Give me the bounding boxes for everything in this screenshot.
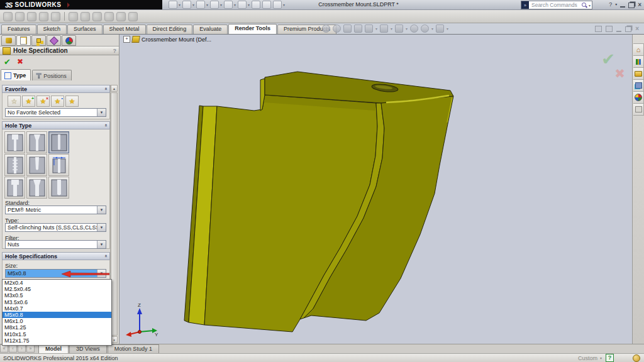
cancel-button[interactable]: ✖ (17, 57, 23, 67)
filter-combo[interactable]: Nuts ▼ (5, 240, 106, 249)
tab-direct-editing[interactable]: Direct Editing (147, 25, 193, 34)
part-crossmember-mount[interactable] (119, 35, 633, 344)
tab-model[interactable]: Model (38, 344, 69, 353)
undo-icon[interactable] (224, 1, 233, 9)
delete-favorite-button[interactable]: ★× (36, 96, 50, 107)
scene-icon[interactable] (436, 25, 444, 33)
featuremanager-tab[interactable] (1, 35, 16, 46)
print-dropdown[interactable]: ▾ (220, 3, 222, 7)
tab-evaluate[interactable]: Evaluate (193, 25, 228, 34)
tab-features[interactable]: Features (1, 25, 36, 34)
final-render-icon[interactable] (92, 12, 102, 21)
tab-positions[interactable]: Positions (32, 70, 72, 80)
filter-combo-arrow-icon[interactable]: ▼ (97, 241, 106, 248)
help-icon[interactable]: ? (609, 1, 612, 8)
preview-window-icon[interactable] (80, 12, 90, 21)
appearances-scenes-icon[interactable] (633, 91, 644, 104)
holetype-countersink-slot-button[interactable] (26, 177, 47, 199)
size-option[interactable]: M2.5x0.45 (3, 286, 111, 292)
rebuild-icon[interactable] (252, 1, 260, 9)
confirm-ok-icon[interactable]: ✔ (601, 50, 615, 69)
previous-view-icon[interactable] (354, 25, 362, 33)
tab-surfaces[interactable]: Surfaces (67, 25, 103, 34)
propertymanager-tab[interactable] (16, 35, 31, 46)
size-option[interactable]: M10x1.5 (3, 331, 111, 337)
load-favorite-button[interactable]: ★ (65, 96, 79, 107)
unit-system-selector[interactable]: Custom (578, 355, 597, 361)
zoom-to-fit-icon[interactable] (322, 25, 330, 33)
unit-system-arrow-icon[interactable]: ▾ (600, 356, 602, 360)
hide-show-items-icon[interactable] (410, 25, 418, 33)
search-commands-box[interactable]: » Search Commands ▾ (521, 1, 592, 9)
new-dropdown[interactable]: ▾ (179, 3, 180, 7)
displaymanager-tab[interactable] (62, 35, 76, 46)
doc-close-icon[interactable]: × (635, 26, 639, 31)
pm-help-icon[interactable]: ? (113, 48, 117, 54)
configurationmanager-tab[interactable] (31, 35, 46, 46)
hole-specifications-group-header[interactable]: Hole Specifications « (2, 252, 110, 260)
tab-sketch[interactable]: Sketch (37, 25, 67, 34)
select-dropdown[interactable]: ▾ (248, 3, 250, 7)
minimize-icon[interactable] (620, 1, 625, 8)
edit-scene-icon[interactable] (27, 12, 36, 21)
confirm-cancel-icon[interactable]: ✖ (614, 66, 625, 81)
dimxpertmanager-tab[interactable] (47, 35, 61, 46)
file-explorer-icon[interactable] (633, 67, 644, 80)
help-dropdown[interactable]: ▾ (615, 1, 617, 8)
add-favorite-button[interactable]: ★+ (22, 96, 35, 107)
view-orientation-icon[interactable] (380, 25, 388, 33)
new-icon[interactable] (169, 1, 177, 9)
shadows-icon[interactable] (421, 25, 429, 33)
size-option[interactable]: M2x0.4 (3, 280, 111, 286)
hole-type-group-header[interactable]: Hole Type « (2, 121, 110, 129)
save-favorite-button[interactable]: ★▪ (51, 96, 64, 107)
holetype-legacy-hole-button[interactable] (48, 154, 69, 176)
display-style-icon[interactable] (395, 25, 403, 33)
solidworks-resources-icon[interactable]: ⌂ (633, 43, 644, 56)
view-palette-icon[interactable] (633, 79, 644, 92)
zoom-to-area-icon[interactable] (333, 25, 341, 33)
favorite-combo[interactable]: No Favorite Selected ▼ (5, 108, 106, 117)
standard-combo[interactable]: PEM® Metric ▼ (5, 206, 106, 214)
open-icon[interactable] (182, 1, 191, 9)
quick-tip-help-icon[interactable]: ? (606, 354, 614, 362)
holetype-tapped-hole-button[interactable] (4, 154, 25, 176)
design-library-icon[interactable] (633, 55, 644, 68)
tab-type[interactable]: Type (1, 69, 31, 80)
search-scope-icon[interactable]: » (521, 1, 529, 9)
size-option-selected[interactable]: M5x0.8 (3, 312, 111, 318)
size-option[interactable]: M12x1.75 (3, 337, 111, 344)
edit-point-light-icon[interactable] (51, 12, 60, 21)
holetype-hole-button[interactable] (48, 131, 69, 153)
model-viewport[interactable]: + Crossmember Mount (Def... (119, 35, 633, 344)
integrated-preview-icon[interactable] (69, 12, 78, 21)
collapse-chevron-icon[interactable]: « (103, 255, 108, 257)
undo-dropdown[interactable]: ▾ (234, 3, 236, 7)
size-option[interactable]: M8x1.25 (3, 324, 111, 331)
schedule-render-icon[interactable] (116, 12, 126, 21)
pane-split-icon[interactable] (606, 26, 613, 32)
collapse-chevron-icon[interactable]: « (103, 124, 108, 126)
doc-restore-icon[interactable] (625, 26, 631, 32)
search-dropdown[interactable]: ▾ (589, 3, 591, 8)
edit-decal-icon[interactable] (39, 12, 48, 21)
search-input[interactable]: Search Commands (529, 2, 582, 8)
collapse-chevron-icon[interactable]: « (103, 87, 108, 90)
favorite-group-header[interactable]: Favorite « (2, 85, 110, 93)
tab-3d-views[interactable]: 3D Views (69, 344, 107, 353)
select-icon[interactable] (238, 1, 247, 9)
holetype-counterbore-slot-button[interactable] (4, 177, 25, 199)
size-option[interactable]: M4x0.7 (3, 305, 111, 312)
ok-button[interactable]: ✔ (4, 57, 11, 67)
custom-properties-icon[interactable] (633, 103, 644, 116)
tab-sheet-metal[interactable]: Sheet Metal (103, 25, 146, 34)
render-region-icon[interactable] (104, 12, 114, 21)
scroll-up-icon[interactable]: ▲ (111, 85, 118, 92)
file-properties-icon[interactable] (262, 1, 271, 9)
restore-icon[interactable] (628, 3, 635, 8)
favorite-combo-arrow-icon[interactable]: ▼ (97, 109, 106, 116)
save-dropdown[interactable]: ▾ (206, 3, 208, 7)
size-option[interactable]: M3x0.5 (3, 292, 111, 299)
holetype-counterbore-button[interactable] (4, 131, 25, 153)
open-dropdown[interactable]: ▾ (192, 3, 194, 7)
